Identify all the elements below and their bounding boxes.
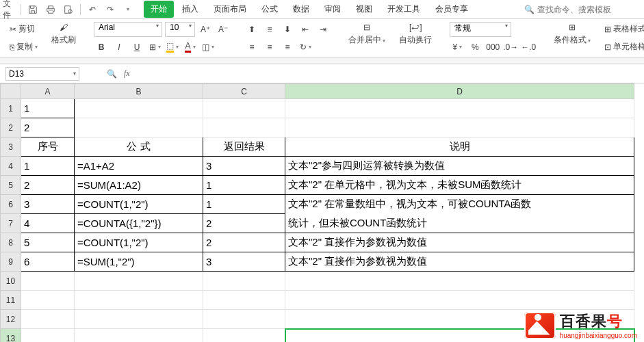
cell[interactable]: =SUM(1,"2") <box>75 252 203 272</box>
fill-color-button[interactable]: ⬚ <box>165 40 180 55</box>
row-header[interactable]: 12 <box>1 310 21 329</box>
row-header[interactable]: 4 <box>1 157 21 176</box>
cell[interactable] <box>75 99 203 118</box>
format-painter-button[interactable]: 🖌格式刷 <box>47 23 80 54</box>
redo-icon[interactable]: ↷ <box>104 3 116 16</box>
underline-button[interactable]: U <box>129 40 144 55</box>
currency-icon[interactable]: ¥ <box>450 40 465 55</box>
tab-view[interactable]: 视图 <box>349 1 379 18</box>
row-header[interactable]: 5 <box>1 176 21 195</box>
decrease-decimal-icon[interactable]: ←.0 <box>521 40 536 55</box>
align-middle-icon[interactable]: ≡ <box>262 22 277 37</box>
print-icon[interactable] <box>44 3 57 16</box>
cell[interactable]: 文本"2" 在常量数组中，视为文本，可被COUNTA函数 <box>285 195 634 214</box>
cell[interactable]: 4 <box>21 214 75 233</box>
cell[interactable]: =COUNT(1,"2") <box>75 195 203 214</box>
orientation-icon[interactable]: ↻ <box>298 40 313 55</box>
cell[interactable]: =A1+A2 <box>75 157 203 176</box>
cell[interactable] <box>21 272 75 291</box>
cell[interactable] <box>75 118 203 137</box>
cell[interactable]: 文本"2" 直接作为参数视为数值 <box>285 252 634 272</box>
cell-A2[interactable]: 2 <box>21 118 75 137</box>
increase-decimal-icon[interactable]: .0→ <box>503 40 518 55</box>
cell[interactable]: 3 <box>203 252 285 272</box>
fx-icon[interactable]: fx <box>124 68 130 79</box>
cell[interactable] <box>285 272 634 291</box>
cell[interactable]: =SUM(A1:A2) <box>75 176 203 195</box>
tab-insert[interactable]: 插入 <box>175 1 205 18</box>
name-box[interactable]: D13 ▾ <box>5 67 79 81</box>
cut-button[interactable]: ✂剪切 <box>5 22 42 37</box>
align-right-icon[interactable]: ≡ <box>280 40 295 55</box>
cell[interactable]: 1 <box>203 195 285 214</box>
cell[interactable]: 6 <box>21 252 75 272</box>
percent-icon[interactable]: % <box>467 40 482 55</box>
border-style-button[interactable]: ◫ <box>201 40 216 55</box>
cell[interactable]: 2 <box>203 233 285 252</box>
cell[interactable]: 1 <box>21 157 75 176</box>
row-header[interactable]: 7 <box>1 214 21 233</box>
file-label[interactable]: 文件 <box>3 3 15 16</box>
hdr-formula[interactable]: 公 式 <box>75 137 203 157</box>
cell[interactable] <box>21 329 75 343</box>
row-header[interactable]: 11 <box>1 291 21 310</box>
cell[interactable]: 3 <box>21 195 75 214</box>
cell[interactable] <box>75 310 203 329</box>
cell[interactable]: 文本"2"参与四则运算被转换为数值 <box>285 157 634 176</box>
tab-dev-tools[interactable]: 开发工具 <box>381 1 427 18</box>
font-select[interactable]: Arial <box>94 22 162 37</box>
increase-indent-icon[interactable]: ⇥ <box>315 22 331 37</box>
align-bottom-icon[interactable]: ⬇ <box>280 22 295 37</box>
font-size-select[interactable]: 10 <box>165 22 195 37</box>
cell[interactable]: 文本"2" 在单元格中，视为文本，未被SUM函数统计 <box>285 176 634 195</box>
undo-icon[interactable]: ↶ <box>86 3 99 16</box>
hdr-desc[interactable]: 说明 <box>285 137 634 157</box>
table-style-button[interactable]: ⊞表格样式 <box>600 22 644 37</box>
search-input[interactable] <box>537 5 633 14</box>
tab-page-layout[interactable]: 页面布局 <box>207 1 253 18</box>
cell[interactable]: 2 <box>203 214 285 233</box>
cell[interactable]: 统计，但未被COUNT函数统计 <box>285 214 634 233</box>
cell[interactable]: 1 <box>203 176 285 195</box>
cell[interactable]: 3 <box>203 157 285 176</box>
cell[interactable]: 2 <box>21 176 75 195</box>
cell[interactable] <box>203 291 285 310</box>
italic-button[interactable]: I <box>112 40 127 55</box>
cell-style-button[interactable]: ⊡单元格样 <box>600 40 644 55</box>
row-header[interactable]: 8 <box>1 233 21 252</box>
row-header[interactable]: 2 <box>1 118 21 137</box>
comma-icon[interactable]: 000 <box>485 40 500 55</box>
col-header-D[interactable]: D <box>285 84 634 99</box>
tab-review[interactable]: 审阅 <box>318 1 348 18</box>
hdr-seq[interactable]: 序号 <box>21 137 75 157</box>
tab-formulas[interactable]: 公式 <box>255 1 285 18</box>
cell[interactable] <box>203 310 285 329</box>
row-header[interactable]: 13 <box>1 329 21 343</box>
tab-data[interactable]: 数据 <box>286 1 316 18</box>
grow-font-icon[interactable]: A⁺ <box>198 22 213 37</box>
cell[interactable] <box>203 329 285 343</box>
zoom-icon[interactable]: 🔍 <box>107 69 117 79</box>
copy-button[interactable]: ⎘复制 <box>5 40 42 55</box>
cell[interactable] <box>203 99 285 118</box>
cell[interactable] <box>203 272 285 291</box>
grid[interactable]: A B C D 1 1 2 2 3 序号 公 式 返回结果 说明 4 1 =A1… <box>0 83 644 342</box>
font-color-button[interactable]: A <box>183 40 198 55</box>
cell[interactable] <box>285 99 634 118</box>
col-header-B[interactable]: B <box>75 84 203 99</box>
bold-button[interactable]: B <box>94 40 109 55</box>
chevron-down-icon[interactable]: ▾ <box>73 70 76 77</box>
row-header[interactable]: 6 <box>1 195 21 214</box>
cell[interactable] <box>21 310 75 329</box>
tab-member[interactable]: 会员专享 <box>428 1 475 18</box>
cond-format-button[interactable]: ⊞条件格式 <box>550 23 595 54</box>
merge-center-button[interactable]: ⊟合并居中 <box>344 23 389 54</box>
select-all-corner[interactable] <box>1 84 21 99</box>
cell[interactable]: 文本"2" 直接作为参数视为数值 <box>285 233 634 252</box>
row-header[interactable]: 1 <box>1 99 21 118</box>
cell[interactable] <box>75 329 203 343</box>
align-left-icon[interactable]: ≡ <box>244 40 259 55</box>
decrease-indent-icon[interactable]: ⇤ <box>298 22 313 37</box>
cell[interactable] <box>203 118 285 137</box>
align-top-icon[interactable]: ⬆ <box>244 22 259 37</box>
